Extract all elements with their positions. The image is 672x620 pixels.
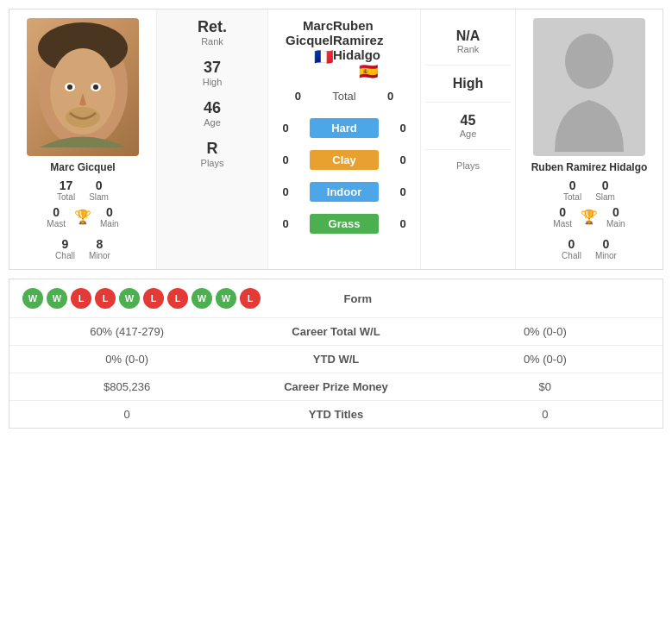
p1-clay: 0 (277, 153, 294, 166)
player2-mast-stat: 0 Mast (553, 205, 572, 229)
player1-photo (27, 18, 139, 156)
form-badge-4: W (119, 288, 140, 309)
p1-indoor: 0 (277, 185, 294, 198)
svg-point-6 (93, 85, 98, 90)
form-badges: WWLLWLLWWL (22, 288, 261, 309)
p2-total: 0 (382, 90, 399, 103)
stats-left-3: 0 (22, 408, 231, 421)
stats-center-3: YTD Titles (231, 408, 440, 421)
player1-total-stat: 17 Total (57, 178, 75, 202)
form-badge-9: L (240, 288, 261, 309)
player1-minor-label: Minor (89, 251, 110, 260)
player2-chall-stat: 0 Chall (562, 237, 581, 260)
trophy-icon-left: 🏆 (74, 209, 91, 225)
total-row: 0 Total 0 (268, 85, 420, 107)
player1-slam-label: Slam (89, 192, 109, 202)
stats-right-2: $0 (441, 380, 650, 393)
stats-center-0: Career Total W/L (231, 325, 440, 338)
center-rank-label: Rank (198, 36, 227, 47)
right-na-value: N/A (425, 28, 511, 44)
player1-stats-row2: 9 Chall 8 Minor (55, 237, 110, 260)
main-container: Marc Gicquel 17 Total 0 Slam 0 Mast 🏆 (0, 0, 672, 442)
player2-name: Ruben Ramirez Hidalgo (531, 161, 648, 173)
right-rank-panel: N/A Rank High 45 Age Plays (421, 9, 516, 269)
hard-row: 0 Hard 0 (268, 114, 420, 142)
player2-mast-value: 0 (553, 205, 572, 219)
p2-indoor: 0 (394, 185, 411, 198)
player2-flag: 🇪🇸 (333, 62, 403, 81)
stats-table-row-0: 60% (417-279)Career Total W/L0% (0-0) (9, 318, 663, 346)
player1-name-header: Marc Gicquel 🇫🇷 (286, 18, 333, 81)
center-plays-label: Plays (201, 158, 224, 168)
player1-main-label: Main (100, 219, 119, 229)
center-ret-value: Ret. (198, 18, 227, 36)
player2-photo (533, 18, 645, 156)
stats-left-1: 0% (0-0) (22, 353, 231, 366)
trophy-icon-right: 🏆 (581, 209, 598, 225)
player1-main-value: 0 (100, 205, 119, 219)
player1-slam-value: 0 (89, 178, 109, 192)
right-age-label: Age (425, 128, 511, 139)
stats-left-2: $805,236 (22, 380, 231, 393)
player1-mast-value: 0 (47, 205, 66, 219)
player1-flag: 🇫🇷 (286, 47, 333, 66)
player2-name-header: Ruben Ramirez Hidalgo 🇪🇸 (333, 18, 403, 81)
right-age-value: 45 (425, 113, 511, 128)
stats-table-row-2: $805,236Career Prize Money$0 (9, 373, 663, 401)
player2-minor-stat: 0 Minor (595, 237, 617, 260)
center-high-label: High (203, 77, 223, 87)
right-age-stat: 45 Age (425, 103, 511, 150)
player2-stats-row1: 0 Total 0 Slam (563, 178, 615, 202)
center-panel: Ret. Rank 37 High 46 Age R Plays (156, 9, 268, 269)
stats-table-row-1: 0% (0-0)YTD W/L0% (0-0) (9, 346, 663, 373)
right-rank-stat: N/A Rank (425, 18, 511, 66)
player1-main-stat: 0 Main (100, 205, 119, 229)
center-plays-stat: R Plays (201, 140, 224, 168)
player2-chall-value: 0 (562, 237, 581, 251)
player2-minor-value: 0 (595, 237, 617, 251)
form-badge-2: L (71, 288, 91, 309)
right-plays-label: Plays (425, 160, 511, 171)
clay-row: 0 Clay 0 (268, 146, 420, 174)
player2-avatar (537, 22, 641, 152)
player1-avatar (31, 22, 135, 152)
stats-right-3: 0 (441, 408, 650, 421)
indoor-badge: Indoor (310, 182, 379, 202)
stats-right-1: 0% (0-0) (441, 353, 650, 366)
right-high-stat: High (425, 66, 511, 103)
player2-total-stat: 0 Total (563, 178, 581, 202)
surface-panel: Marc Gicquel 🇫🇷 Ruben Ramirez Hidalgo 🇪🇸… (268, 9, 421, 269)
center-plays-value: R (201, 140, 224, 158)
svg-point-9 (565, 34, 613, 89)
indoor-row: 0 Indoor 0 (268, 178, 420, 206)
form-badge-3: L (95, 288, 116, 309)
player1-chall-stat: 9 Chall (55, 237, 75, 260)
p2-clay: 0 (394, 153, 411, 166)
player2-chall-label: Chall (562, 251, 581, 260)
form-badge-8: W (216, 288, 236, 309)
player1-name: Marc Gicquel (50, 161, 115, 173)
center-age-value: 46 (204, 99, 221, 117)
p1-hard: 0 (277, 122, 294, 135)
center-age-label: Age (204, 117, 221, 128)
player1-mast-label: Mast (47, 219, 66, 229)
stats-center-1: YTD W/L (231, 353, 440, 366)
player2-main-value: 0 (606, 205, 625, 219)
player2-mast-label: Mast (553, 219, 572, 229)
player1-chall-value: 9 (55, 237, 75, 251)
player2-total-label: Total (563, 192, 581, 202)
p1-grass: 0 (277, 217, 294, 230)
p1-total: 0 (289, 90, 306, 103)
right-plays-stat: Plays (425, 150, 511, 181)
player1-total-label: Total (57, 192, 75, 202)
player1-minor-stat: 8 Minor (89, 237, 110, 260)
player2-main-stat: 0 Main (606, 205, 625, 229)
form-badge-0: W (22, 288, 43, 309)
stats-table-row-3: 0YTD Titles0 (9, 401, 663, 428)
form-badge-1: W (47, 288, 67, 309)
stats-right-0: 0% (0-0) (441, 325, 650, 338)
form-row: WWLLWLLWWL Form (9, 279, 663, 318)
surface-header: Marc Gicquel 🇫🇷 Ruben Ramirez Hidalgo 🇪🇸 (268, 18, 420, 81)
stats-center-2: Career Prize Money (231, 380, 440, 393)
player2-stats-row2: 0 Chall 0 Minor (562, 237, 617, 260)
